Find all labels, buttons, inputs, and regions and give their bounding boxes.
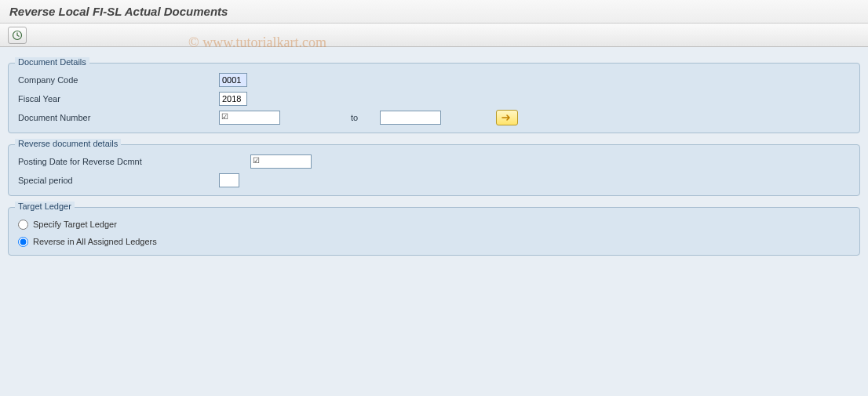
special-period-input[interactable] (219, 173, 239, 187)
group-title: Reverse document details (15, 139, 121, 148)
group-title: Document Details (15, 57, 89, 67)
content-area: Document Details Company Code Fiscal Yea… (0, 47, 868, 396)
posting-date-input[interactable] (250, 154, 312, 169)
radio-input-specify[interactable] (18, 220, 28, 230)
radio-reverse-all-ledgers[interactable]: Reverse in All Assigned Ledgers (15, 233, 853, 250)
group-title: Target Ledger (15, 202, 75, 211)
to-label: to (351, 113, 358, 122)
document-number-to-input[interactable] (380, 111, 441, 125)
document-number-from-input[interactable] (219, 111, 280, 125)
multiple-selection-button[interactable] (496, 110, 518, 125)
radio-input-all[interactable] (18, 237, 28, 247)
posting-date-label: Posting Date for Reverse Dcmnt (15, 157, 250, 166)
page-title: Reverse Local FI-SL Actual Documents (0, 0, 868, 24)
radio-label: Reverse in All Assigned Ledgers (33, 237, 157, 246)
radio-specify-target-ledger[interactable]: Specify Target Ledger (15, 216, 853, 233)
radio-label: Specify Target Ledger (33, 220, 117, 229)
group-document-details: Document Details Company Code Fiscal Yea… (8, 63, 860, 133)
company-code-input[interactable] (219, 73, 247, 87)
group-reverse-details: Reverse document details Posting Date fo… (8, 144, 860, 196)
document-number-label: Document Number (15, 113, 219, 122)
group-target-ledger: Target Ledger Specify Target Ledger Reve… (8, 207, 860, 256)
special-period-label: Special period (15, 176, 219, 185)
execute-button[interactable] (8, 27, 27, 44)
arrow-right-icon (501, 114, 512, 122)
toolbar (0, 24, 868, 47)
fiscal-year-label: Fiscal Year (15, 94, 219, 104)
company-code-label: Company Code (15, 75, 219, 85)
fiscal-year-input[interactable] (219, 92, 247, 106)
clock-execute-icon (12, 30, 23, 41)
